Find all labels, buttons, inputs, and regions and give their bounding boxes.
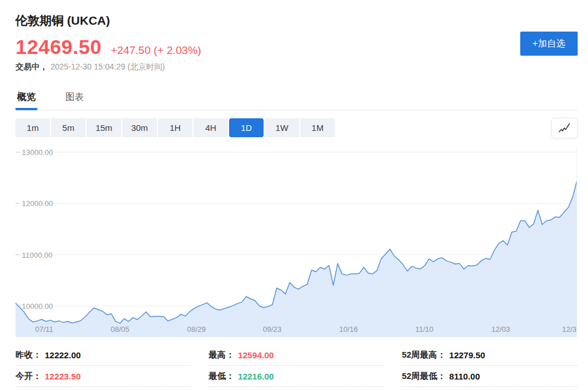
stat-label: 昨收： [16,350,41,361]
y-axis-label: 11000.00 [22,250,52,259]
y-axis-label: 13000.00 [22,148,53,157]
stat-column: 昨收：12222.00今开：12223.50 [16,344,191,387]
stat-row-low-52w: 52周最低：8110.00 [402,366,578,387]
x-axis-label: 09/23 [263,325,282,334]
interval-15m[interactable]: 15m [87,118,121,137]
trading-status: 交易中， [16,62,48,72]
tab-overview[interactable]: 概览 [16,90,37,110]
view-tabs: 概览图表 [16,90,578,110]
x-axis-label: 08/29 [187,325,206,334]
last-price: 12469.50 [16,36,102,59]
add-watchlist-button[interactable]: +加自选 [520,32,578,56]
stat-value: 12279.50 [449,350,485,360]
y-axis-label: 12000.00 [22,199,53,208]
interval-5m[interactable]: 5m [51,118,86,137]
x-axis-label: 12/3 [562,325,577,334]
interval-30m[interactable]: 30m [122,118,157,137]
stat-column: 最高：12594.00最低：12216.00 [208,344,384,387]
x-axis-label: 12/03 [492,325,510,334]
page-title: 伦敦期铜 (UKCA) [16,13,110,29]
interval-1h[interactable]: 1H [158,118,192,137]
price-block: 12469.50 +247.50 (+ 2.03%) [16,36,201,59]
stat-value: 12222.00 [45,350,81,360]
x-axis-label: 11/10 [415,325,434,334]
stat-label: 52周最低： [402,371,446,382]
stat-value: 12216.00 [238,371,274,381]
chart-type-button[interactable] [551,118,578,138]
line-chart-icon [557,122,572,134]
quote-page: 伦敦期铜 (UKCA) 12469.50 +247.50 (+ 2.03%) 交… [16,0,578,391]
stat-row-low: 最低：12216.00 [208,366,384,387]
interval-1m[interactable]: 1m [16,118,50,137]
interval-1d[interactable]: 1D [229,118,264,137]
x-axis-label: 07/11 [35,325,53,334]
stat-value: 8110.00 [449,371,479,381]
stat-label: 52周最高： [402,350,446,361]
tab-chart[interactable]: 图表 [64,90,86,110]
stat-label: 最高： [208,350,234,361]
interval-1M[interactable]: 1M [300,118,335,137]
price-chart[interactable]: 13000.0012000.0011000.0010000.0007/1108/… [16,146,577,337]
stat-value: 12223.50 [45,371,81,381]
quote-timestamp: 2025-12-30 15:04:29 (北京时间) [51,62,165,72]
x-axis-label: 08/05 [111,325,130,334]
x-axis-label: 10/16 [339,325,358,334]
quote-stats: 昨收：12222.00今开：12223.50最高：12594.00最低：1221… [16,344,578,387]
stat-row-prev-close: 昨收：12222.00 [16,344,191,366]
interval-4h[interactable]: 4H [194,118,228,137]
interval-1w[interactable]: 1W [265,118,299,137]
stat-row-open: 今开：12223.50 [16,366,191,387]
stat-row-high: 最高：12594.00 [208,344,384,366]
status-row: 交易中， 2025-12-30 15:04:29 (北京时间) [16,62,165,72]
interval-selector: 1m5m15m30m1H4H1D1W1M [16,118,578,137]
stat-column: 52周最高：12279.5052周最低：8110.00 [402,344,578,387]
stat-label: 今开： [16,371,41,382]
interval-row: 1m5m15m30m1H4H1D1W1M [16,118,578,139]
y-axis-label: 10000.00 [22,302,53,311]
stat-row-high-52w: 52周最高：12279.50 [402,344,578,366]
stat-value: 12594.00 [238,350,274,360]
price-change: +247.50 (+ 2.03%) [111,44,201,57]
stat-label: 最低： [208,371,234,382]
